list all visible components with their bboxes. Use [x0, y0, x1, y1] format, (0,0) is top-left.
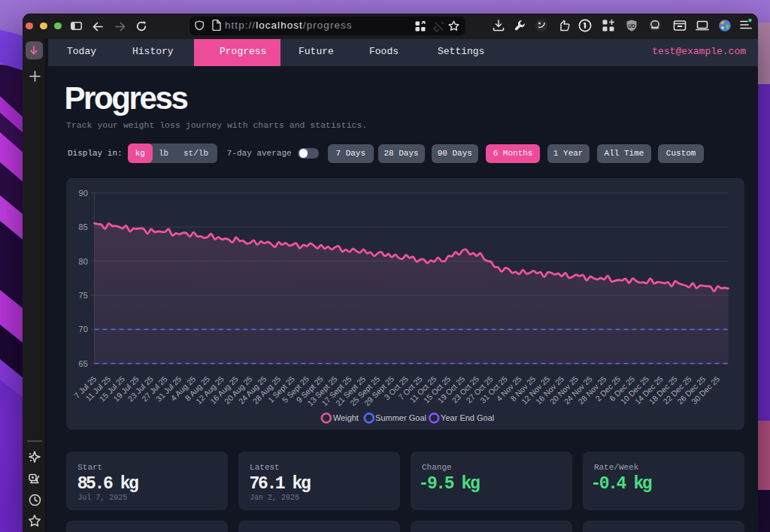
svg-text:Summer Goal: Summer Goal [375, 413, 426, 422]
svg-text:70: 70 [79, 325, 88, 334]
svg-text:80: 80 [79, 256, 88, 265]
svg-text:85: 85 [79, 222, 88, 231]
svg-text:UD: UD [628, 23, 635, 29]
svg-text:Weight: Weight [333, 413, 359, 422]
svg-text:90: 90 [79, 188, 88, 197]
svg-text:65: 65 [79, 358, 88, 367]
svg-text:75: 75 [79, 290, 88, 299]
svg-text:Year End Goal: Year End Goal [441, 413, 494, 422]
